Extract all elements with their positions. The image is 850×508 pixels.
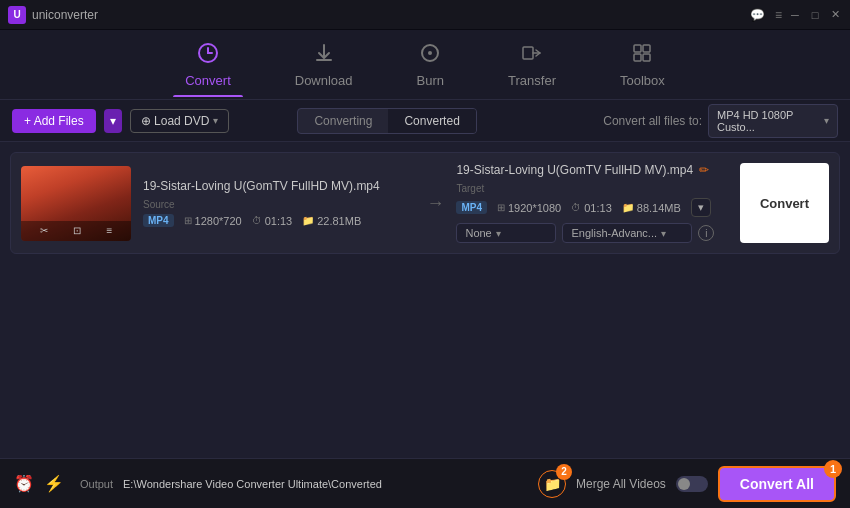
format-select[interactable]: MP4 HD 1080P Custo... ▾: [708, 104, 838, 138]
target-section: 19-Sistar-Loving U(GomTV FullHD MV).mp4 …: [456, 163, 727, 243]
target-size: 📁 88.14MB: [622, 202, 681, 214]
convert-all-files-label: Convert all files to:: [603, 114, 702, 128]
nav-item-burn[interactable]: Burn: [405, 34, 456, 96]
svg-point-2: [428, 51, 432, 55]
thumbnail-controls: ✂ ⊡ ≡: [21, 221, 131, 241]
titlebar-left: U uniconverter: [8, 6, 98, 24]
target-details: MP4 ⊞ 1920*1080 ⏱ 01:13 📁 88.14MB: [456, 198, 727, 217]
clock-icon[interactable]: ⏰: [14, 474, 34, 493]
language-chevron: ▾: [661, 228, 666, 239]
cut-icon[interactable]: ✂: [40, 225, 48, 236]
convert-nav-icon: [197, 42, 219, 69]
content-area: ✂ ⊡ ≡ 19-Sistar-Loving U(GomTV FullHD MV…: [0, 142, 850, 458]
convert-all-files-section: Convert all files to: MP4 HD 1080P Custo…: [603, 104, 838, 138]
subtitle-select[interactable]: None ▾: [456, 223, 556, 243]
source-format: MP4: [143, 214, 174, 227]
nav-label-transfer: Transfer: [508, 73, 556, 88]
lightning-icon[interactable]: ⚡: [44, 474, 64, 493]
tab-converted[interactable]: Converted: [388, 109, 475, 133]
target-name-row: 19-Sistar-Loving U(GomTV FullHD MV).mp4 …: [456, 163, 727, 177]
effects-icon[interactable]: ≡: [106, 225, 112, 236]
crop-icon[interactable]: ⊡: [73, 225, 81, 236]
minimize-button[interactable]: ─: [788, 8, 802, 22]
navbar: Convert Download Burn Transfer: [0, 30, 850, 100]
target-label: Target: [456, 183, 727, 194]
svg-rect-5: [643, 45, 650, 52]
maximize-button[interactable]: □: [808, 8, 822, 22]
nav-label-download: Download: [295, 73, 353, 88]
titlebar: U uniconverter 💬 ≡ ─ □ ✕: [0, 0, 850, 30]
output-path: E:\Wondershare Video Converter Ultimate\…: [123, 478, 528, 490]
load-dvd-chevron: ▾: [213, 115, 218, 126]
load-dvd-button[interactable]: ⊕ Load DVD ▾: [130, 109, 230, 133]
titlebar-controls: 💬 ≡ ─ □ ✕: [746, 8, 842, 22]
source-resolution: ⊞ 1280*720: [184, 215, 242, 227]
video-thumbnail: ✂ ⊡ ≡: [21, 166, 131, 241]
toggle-knob: [678, 478, 690, 490]
conversion-tabs: Converting Converted: [297, 108, 476, 134]
language-select[interactable]: English-Advanc... ▾: [562, 223, 692, 243]
subtitle-chevron: ▾: [496, 228, 501, 239]
source-duration: ⏱ 01:13: [252, 215, 293, 227]
svg-rect-3: [523, 47, 533, 59]
edit-icon[interactable]: ✏: [699, 163, 709, 177]
output-label: Output: [80, 478, 113, 490]
add-files-dropdown[interactable]: ▾: [104, 109, 122, 133]
nav-label-burn: Burn: [417, 73, 444, 88]
file-info: 19-Sistar-Loving U(GomTV FullHD MV).mp4 …: [143, 179, 414, 227]
source-file-name: 19-Sistar-Loving U(GomTV FullHD MV).mp4: [143, 179, 414, 193]
bottombar: ⏰ ⚡ Output E:\Wondershare Video Converte…: [0, 458, 850, 508]
svg-rect-4: [634, 45, 641, 52]
nav-item-toolbox[interactable]: Toolbox: [608, 34, 677, 96]
target-format: MP4: [456, 201, 487, 214]
chat-icon[interactable]: 💬: [750, 8, 765, 22]
svg-rect-7: [643, 54, 650, 61]
target-format-dropdown[interactable]: ▾: [691, 198, 711, 217]
menu-icon[interactable]: ≡: [775, 8, 782, 22]
merge-all-label: Merge All Videos: [576, 477, 666, 491]
nav-label-convert: Convert: [185, 73, 231, 88]
add-files-button[interactable]: + Add Files: [12, 109, 96, 133]
merge-toggle[interactable]: [676, 476, 708, 492]
folder-badge-count: 2: [556, 464, 572, 480]
tab-converting[interactable]: Converting: [298, 109, 388, 133]
burn-nav-icon: [419, 42, 441, 69]
target-resolution: ⊞ 1920*1080: [497, 202, 561, 214]
toolbar: + Add Files ▾ ⊕ Load DVD ▾ Converting Co…: [0, 100, 850, 142]
nav-item-convert[interactable]: Convert: [173, 34, 243, 96]
arrow-icon: →: [426, 193, 444, 214]
nav-item-download[interactable]: Download: [283, 34, 365, 96]
folder-badge-container: 📁 2: [538, 470, 566, 498]
convert-button[interactable]: Convert: [740, 163, 829, 243]
download-nav-icon: [313, 42, 335, 69]
target-file-name: 19-Sistar-Loving U(GomTV FullHD MV).mp4: [456, 163, 693, 177]
file-item: ✂ ⊡ ≡ 19-Sistar-Loving U(GomTV FullHD MV…: [10, 152, 840, 254]
info-icon[interactable]: i: [698, 225, 714, 241]
nav-label-toolbox: Toolbox: [620, 73, 665, 88]
source-size: 📁 22.81MB: [302, 215, 361, 227]
transfer-nav-icon: [521, 42, 543, 69]
target-details-row: Target MP4 ⊞ 1920*1080 ⏱ 01:13: [456, 183, 727, 243]
convert-all-button[interactable]: Convert All 1: [718, 466, 836, 502]
app-name: uniconverter: [32, 8, 98, 22]
toolbox-nav-icon: [631, 42, 653, 69]
convert-all-badge: 1: [824, 460, 842, 478]
nav-item-transfer[interactable]: Transfer: [496, 34, 568, 96]
svg-rect-6: [634, 54, 641, 61]
close-button[interactable]: ✕: [828, 8, 842, 22]
source-label: Source: [143, 199, 414, 210]
subtitle-row: None ▾ English-Advanc... ▾ i: [456, 223, 727, 243]
source-details: MP4 ⊞ 1280*720 ⏱ 01:13 📁 22.81MB: [143, 214, 414, 227]
app-logo: U: [8, 6, 26, 24]
format-chevron: ▾: [824, 115, 829, 126]
target-duration: ⏱ 01:13: [571, 202, 612, 214]
